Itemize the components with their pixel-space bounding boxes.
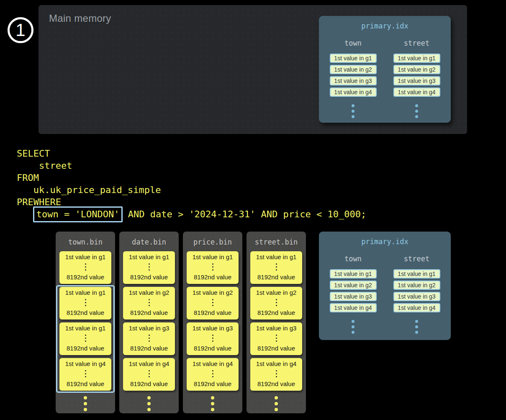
- granule-first-value: 1st value in g1: [193, 253, 233, 260]
- primary-idx-title: primary.idx: [319, 16, 451, 30]
- index-mark-chip: 1st value in g1: [393, 54, 440, 63]
- granule-last-value: 8192nd value: [130, 273, 168, 281]
- granule-block: 1st value in g38192nd value: [250, 322, 302, 355]
- granule-last-value: 8192nd value: [130, 309, 168, 316]
- primary-idx-column-town: town1st value in g11st value in g21st va…: [330, 39, 377, 119]
- dot: [352, 110, 354, 113]
- granule-block: 1st value in g48192nd value: [59, 358, 111, 391]
- main-memory-panel: Main memory primary.idxtown1st value in …: [39, 5, 467, 134]
- dot: [276, 373, 277, 374]
- primary-idx-column-street: street1st value in g11st value in g21st …: [393, 255, 440, 335]
- granule-block: 1st value in g28192nd value: [187, 287, 239, 320]
- granule-block: 1st value in g28192nd value: [123, 287, 175, 320]
- granule-last-value: 8192nd value: [194, 273, 231, 281]
- primary-idx-column-street: street1st value in g11st value in g21st …: [393, 39, 440, 119]
- granule-block: 1st value in g18192nd value: [187, 251, 239, 284]
- granule-ellipsis: [212, 263, 213, 271]
- dot: [212, 373, 213, 374]
- granule-list: 1st value in g18192nd value1st value in …: [119, 251, 179, 391]
- granule-block: 1st value in g48192nd value: [187, 358, 239, 391]
- dot: [149, 335, 150, 336]
- dot: [211, 408, 214, 411]
- highlighted-predicate: town = 'LONDON': [33, 206, 123, 222]
- dot: [276, 299, 277, 300]
- bin-file-price-bin: price.bin1st value in g18192nd value1st …: [183, 232, 242, 413]
- column-header-town: town: [344, 39, 362, 47]
- sql-rest: AND date > '2024-12-31' AND price < 10_0…: [122, 209, 366, 219]
- granule-ellipsis: [276, 298, 277, 307]
- dot: [276, 340, 277, 342]
- more-granules-dots: [183, 395, 242, 412]
- dot: [211, 402, 214, 405]
- granule-block: 1st value in g38192nd value: [123, 322, 175, 355]
- granule-first-value: 1st value in g1: [65, 325, 106, 332]
- column-header-street: street: [404, 39, 429, 47]
- dot: [276, 302, 277, 303]
- primary-idx-panel-disk: primary.idxtown1st value in g11st value …: [319, 232, 451, 340]
- dot: [147, 408, 151, 411]
- dot: [276, 266, 277, 268]
- index-mark-chip: 1st value in g3: [330, 292, 377, 301]
- dot: [212, 302, 213, 303]
- dot: [212, 338, 213, 339]
- index-mark-chip: 1st value in g1: [393, 269, 440, 278]
- sql-query: SELECT streetFROM uk.uk_price_paid_simpl…: [17, 147, 366, 221]
- dot: [85, 373, 86, 374]
- granule-block: 1st value in g18192nd value: [59, 287, 111, 320]
- sql-line: town = 'LONDON' AND date > '2024-12-31' …: [17, 208, 366, 221]
- granule-ellipsis: [149, 369, 150, 378]
- dot: [147, 396, 151, 399]
- dot: [212, 376, 213, 377]
- bin-file-title: date.bin: [119, 232, 179, 246]
- dot: [149, 302, 150, 303]
- index-mark-chip: 1st value in g3: [393, 292, 440, 301]
- dot: [149, 305, 150, 306]
- ellipsis-dots: [352, 319, 354, 335]
- granule-last-value: 8192nd value: [194, 345, 231, 352]
- dot: [212, 269, 213, 271]
- granule-block: 1st value in g18192nd value: [123, 251, 175, 284]
- granule-first-value: 1st value in g1: [65, 253, 106, 260]
- dot: [149, 269, 150, 271]
- dot: [147, 402, 151, 405]
- primary-idx-panel-memory: primary.idxtown1st value in g11st value …: [319, 16, 451, 123]
- more-granules-dots: [56, 395, 115, 412]
- granule-last-value: 8192nd value: [67, 345, 104, 352]
- granule-block: 1st value in g48192nd value: [250, 358, 302, 391]
- dot: [85, 335, 86, 336]
- granule-first-value: 1st value in g4: [256, 360, 297, 367]
- dot: [415, 104, 418, 107]
- dot: [212, 299, 213, 300]
- index-mark-chip: 1st value in g4: [330, 88, 377, 97]
- granule-block: 1st value in g48192nd value: [123, 358, 175, 391]
- dot: [85, 302, 86, 303]
- dot: [275, 408, 278, 411]
- dot: [149, 370, 150, 371]
- granule-first-value: 1st value in g2: [193, 289, 233, 296]
- granule-ellipsis: [212, 369, 213, 378]
- granule-first-value: 1st value in g2: [256, 289, 297, 296]
- granule-last-value: 8192nd value: [257, 380, 295, 387]
- primary-idx-columns: town1st value in g11st value in g21st va…: [319, 255, 451, 335]
- ellipsis-dots: [415, 103, 418, 119]
- granule-last-value: 8192nd value: [257, 345, 295, 352]
- ellipsis-dots: [415, 319, 418, 335]
- granule-block: 1st value in g28192nd value: [250, 287, 302, 320]
- primary-idx-columns: town1st value in g11st value in g21st va…: [319, 39, 451, 119]
- ellipsis-dots: [352, 103, 354, 119]
- dot: [149, 340, 150, 342]
- dot: [85, 263, 86, 265]
- granule-first-value: 1st value in g3: [129, 325, 170, 332]
- dot: [149, 263, 150, 265]
- column-header-town: town: [344, 255, 362, 263]
- granule-first-value: 1st value in g4: [193, 360, 233, 367]
- index-mark-chip: 1st value in g2: [330, 281, 377, 290]
- dot: [352, 320, 354, 323]
- index-mark-chip: 1st value in g2: [330, 65, 377, 74]
- granule-first-value: 1st value in g2: [129, 289, 170, 296]
- index-mark-chip: 1st value in g1: [330, 269, 377, 278]
- dot: [84, 408, 87, 411]
- dot: [85, 269, 86, 271]
- granule-last-value: 8192nd value: [257, 273, 295, 281]
- dot: [415, 325, 418, 328]
